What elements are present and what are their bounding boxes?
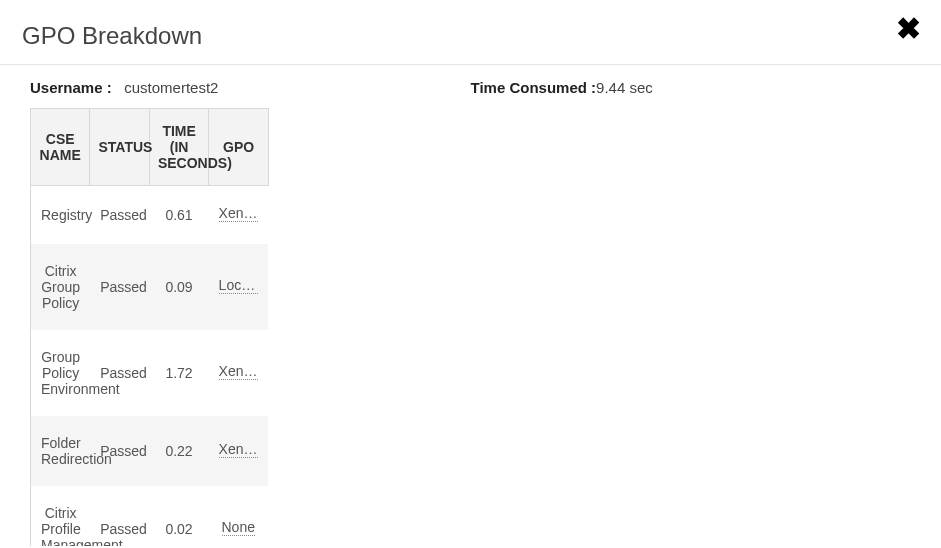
gpo-link[interactable]: XenApp 7 App User Policy v2 bbox=[219, 441, 258, 458]
col-header-cse[interactable]: CSE NAME bbox=[31, 109, 90, 186]
username-value-text: customertest2 bbox=[124, 79, 218, 96]
cell-gpo: Local Group Policy Local Gro... bbox=[209, 244, 268, 330]
cell-cse-name: Citrix Group Policy bbox=[31, 244, 90, 330]
gpo-link[interactable]: Local Group Policy Local Gro... bbox=[219, 277, 258, 294]
col-header-time[interactable]: TIME (IN SECONDS) bbox=[149, 109, 208, 186]
table-row: Folder RedirectionPassed0.22XenApp 7 App… bbox=[31, 416, 268, 486]
gpo-breakdown-modal: GPO Breakdown ✖ Username : customertest2… bbox=[0, 0, 941, 548]
cell-time: 0.61 bbox=[149, 186, 208, 244]
col-header-gpo[interactable]: GPO bbox=[209, 109, 269, 186]
table-row: RegistryPassed0.61XenApp 7 App User Poli… bbox=[31, 186, 268, 244]
username-value bbox=[116, 79, 124, 96]
header-divider bbox=[0, 64, 941, 65]
time-consumed-value: 9.44 sec bbox=[596, 79, 653, 96]
cell-time: 0.09 bbox=[149, 244, 208, 330]
meta-row: Username : customertest2 Time Consumed :… bbox=[30, 79, 911, 96]
gpo-link[interactable]: None bbox=[222, 519, 255, 536]
username-block: Username : customertest2 bbox=[30, 79, 471, 96]
gpo-link[interactable]: XenApp 7 App User Policy v2 bbox=[219, 205, 258, 222]
table-container: CSE NAME STATUS TIME (IN SECONDS) GPO Re… bbox=[30, 108, 911, 546]
cell-status: Passed bbox=[90, 186, 149, 244]
cell-gpo: XenApp 7 App User Policy v2 bbox=[209, 416, 268, 486]
cell-cse-name: Citrix Profile Management bbox=[31, 486, 90, 546]
time-consumed-block: Time Consumed :9.44 sec bbox=[471, 79, 912, 96]
gpo-table: CSE NAME STATUS TIME (IN SECONDS) GPO Re… bbox=[30, 108, 911, 546]
cell-status: Passed bbox=[90, 244, 149, 330]
cell-cse-name: Group Policy Environment bbox=[31, 330, 90, 416]
cell-gpo: XenApp 7 App User Policy v2 bbox=[209, 330, 268, 416]
modal-header: GPO Breakdown ✖ bbox=[22, 16, 919, 64]
cell-status: Passed bbox=[90, 330, 149, 416]
cell-cse-name: Folder Redirection bbox=[31, 416, 90, 486]
table-row: Citrix Group PolicyPassed0.09Local Group… bbox=[31, 244, 268, 330]
gpo-link[interactable]: XenApp 7 App User Policy v2 bbox=[219, 363, 258, 380]
cell-cse-name: Registry bbox=[31, 186, 90, 244]
modal-title: GPO Breakdown bbox=[22, 22, 202, 50]
table-header: CSE NAME STATUS TIME (IN SECONDS) GPO bbox=[30, 108, 269, 186]
table-row: Group Policy EnvironmentPassed1.72XenApp… bbox=[31, 330, 268, 416]
table-row: Citrix Profile ManagementPassed0.02None bbox=[31, 486, 268, 546]
table-body[interactable]: RegistryPassed0.61XenApp 7 App User Poli… bbox=[30, 186, 268, 546]
col-header-status[interactable]: STATUS bbox=[90, 109, 149, 186]
close-icon[interactable]: ✖ bbox=[896, 14, 921, 44]
time-consumed-label: Time Consumed : bbox=[471, 79, 597, 96]
cell-time: 1.72 bbox=[149, 330, 208, 416]
cell-time: 0.22 bbox=[149, 416, 208, 486]
cell-time: 0.02 bbox=[149, 486, 208, 546]
cell-gpo: XenApp 7 App User Policy v2 bbox=[209, 186, 268, 244]
username-label: Username : bbox=[30, 79, 112, 96]
cell-gpo: None bbox=[209, 486, 268, 546]
